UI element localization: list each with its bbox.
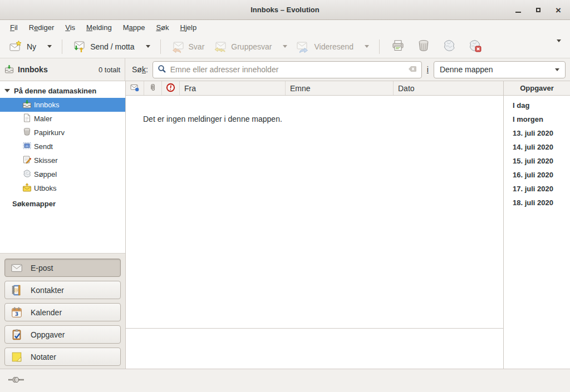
templates-icon: [22, 113, 32, 124]
folder-message-count: 0 totalt: [99, 66, 120, 74]
column-read-status[interactable]: [126, 81, 144, 95]
task-group-date[interactable]: 14. juli 2020: [504, 140, 570, 154]
menu-message[interactable]: Melding: [81, 21, 117, 34]
folder-row-sendt[interactable]: Sendt: [0, 140, 125, 153]
switcher-mail-button[interactable]: E-post: [4, 259, 121, 277]
not-junk-icon: [468, 46, 481, 54]
search-scope-label: i: [427, 65, 429, 74]
junk-button[interactable]: [438, 36, 461, 57]
task-group-today[interactable]: I dag: [504, 98, 570, 112]
search-input[interactable]: [170, 65, 404, 74]
toolbar-overflow-button[interactable]: [557, 42, 561, 51]
forward-icon: [296, 40, 309, 53]
inbox-icon: [4, 64, 14, 75]
switcher-tasks-button[interactable]: Oppgaver: [4, 325, 121, 344]
folder-row-innboks[interactable]: Innboks: [0, 98, 125, 112]
junk-icon: [443, 46, 456, 54]
search-scope-combo[interactable]: Denne mappen: [434, 61, 566, 78]
attachment-icon: [149, 83, 157, 93]
content-area: På denne datamaskinen Innboks Maler Papi…: [0, 81, 570, 369]
tree-root-on-this-computer[interactable]: På denne datamaskinen: [0, 83, 125, 98]
status-bar: [0, 369, 570, 392]
evolution-window: Innboks – Evolution × Fil Rediger Vis Me…: [0, 0, 570, 392]
inbox-icon: [22, 100, 32, 110]
folder-info-bar: Innboks 0 totalt: [0, 58, 125, 81]
task-group-date[interactable]: 16. juli 2020: [504, 168, 570, 182]
sent-icon: [22, 141, 32, 152]
forward-dropdown-icon[interactable]: [365, 45, 369, 48]
message-list-body[interactable]: Det er ingen meldinger i denne mappen.: [126, 96, 503, 328]
forward-button[interactable]: Videresend: [292, 37, 374, 57]
task-group-tomorrow[interactable]: I morgen: [504, 112, 570, 126]
search-bar: Innboks 0 totalt Søk: i Denne mappen: [0, 58, 570, 81]
reply-label: Svar: [189, 42, 205, 51]
send-receive-dropdown-icon[interactable]: [146, 45, 150, 48]
clear-search-icon[interactable]: [408, 64, 417, 75]
folder-row-maler[interactable]: Maler: [0, 112, 125, 126]
menu-view[interactable]: Vis: [60, 21, 81, 34]
minimize-icon: [515, 12, 521, 13]
task-group-date[interactable]: 15. juli 2020: [504, 154, 570, 168]
task-group-date[interactable]: 13. juli 2020: [504, 126, 570, 140]
menu-file[interactable]: Fil: [4, 21, 23, 34]
forward-label: Videresend: [314, 42, 353, 51]
contacts-icon: @: [11, 284, 23, 296]
column-date[interactable]: Dato: [394, 81, 503, 95]
important-icon: [166, 83, 175, 94]
menu-folder[interactable]: Mappe: [117, 21, 151, 34]
junk-folder-icon: [22, 169, 32, 180]
column-subject[interactable]: Emne: [286, 81, 394, 95]
switcher-label: Oppgaver: [31, 330, 65, 339]
titlebar[interactable]: Innboks – Evolution ×: [0, 0, 570, 20]
task-group-date[interactable]: 18. juli 2020: [504, 196, 570, 210]
combo-arrow-icon: [555, 68, 559, 71]
not-junk-button[interactable]: [463, 36, 487, 57]
column-attachment[interactable]: [144, 81, 162, 95]
menu-help[interactable]: Hjelp: [175, 21, 203, 34]
switcher-notes-button[interactable]: Notater: [4, 348, 121, 366]
delete-button[interactable]: [412, 36, 435, 57]
expander-icon[interactable]: [4, 89, 10, 92]
column-important[interactable]: [162, 81, 180, 95]
switcher-calendar-button[interactable]: 3 Kalender: [4, 303, 121, 321]
task-group-date[interactable]: 17. juli 2020: [504, 182, 570, 196]
menu-search[interactable]: Søk: [150, 21, 174, 34]
group-reply-dropdown-icon[interactable]: [283, 45, 287, 48]
toolbar-separator: [160, 39, 161, 54]
folder-tree: På denne datamaskinen Innboks Maler Papi…: [0, 81, 125, 253]
drafts-icon: [22, 155, 32, 166]
trash-icon: [417, 46, 430, 54]
window-title: Innboks – Evolution: [0, 6, 570, 14]
print-button[interactable]: [386, 36, 410, 57]
toolbar-separator: [379, 39, 380, 54]
view-switcher: E-post @ Kontakter 3 Kalender Oppgaver N…: [0, 253, 125, 369]
maximize-button[interactable]: [532, 4, 544, 16]
switcher-contacts-button[interactable]: @ Kontakter: [4, 281, 121, 299]
online-status-icon[interactable]: [8, 375, 24, 386]
folder-row-papirkurv[interactable]: Papirkurv: [0, 126, 125, 140]
preview-pane: [126, 329, 503, 369]
close-button[interactable]: ×: [552, 4, 564, 16]
send-receive-button[interactable]: Send / motta: [68, 37, 154, 57]
search-scope-value: Denne mappen: [440, 65, 493, 74]
new-dropdown-icon[interactable]: [47, 45, 52, 48]
menu-edit[interactable]: Rediger: [23, 21, 60, 34]
folder-row-utboks[interactable]: Utboks: [0, 181, 125, 195]
column-from[interactable]: Fra: [180, 81, 286, 95]
column-date-label: Dato: [398, 84, 415, 93]
minimize-button[interactable]: [512, 4, 524, 16]
tasks-panel-header[interactable]: Oppgaver: [504, 81, 570, 96]
group-reply-icon: [213, 40, 227, 53]
folder-row-soppel[interactable]: Søppel: [0, 167, 125, 181]
folder-label: Sendt: [34, 142, 53, 151]
tasks-list: I dag I morgen 13. juli 2020 14. juli 20…: [504, 96, 570, 210]
outbox-icon: [22, 183, 32, 193]
search-entry[interactable]: [153, 61, 422, 78]
reply-button[interactable]: Svar: [166, 37, 209, 57]
new-mail-icon: [9, 40, 22, 53]
new-message-button[interactable]: Ny: [4, 37, 56, 57]
tree-root-search-folders[interactable]: Søkemapper: [0, 196, 125, 211]
folder-label: Maler: [34, 115, 52, 123]
folder-row-skisser[interactable]: Skisser: [0, 153, 125, 167]
group-reply-button[interactable]: Gruppesvar: [209, 37, 292, 57]
